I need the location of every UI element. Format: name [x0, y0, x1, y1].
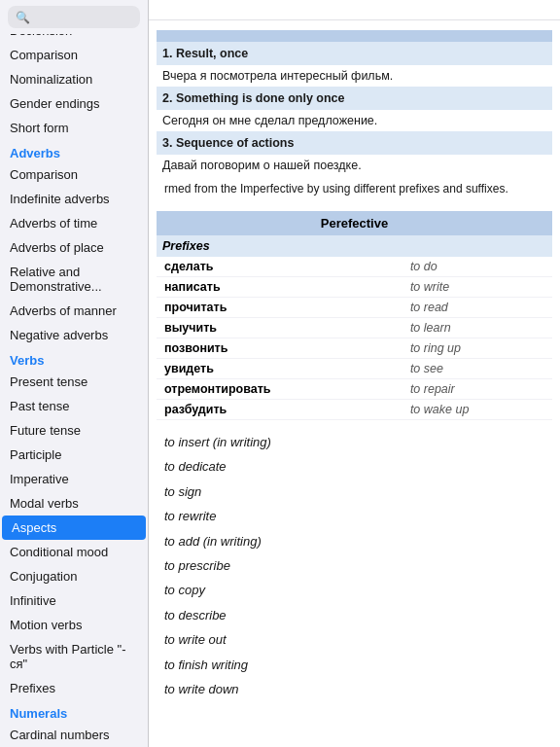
sidebar-item-adverbs-of-time[interactable]: Adverbs of time — [0, 211, 148, 235]
sidebar-item-adverbs-of-place[interactable]: Adverbs of place — [0, 235, 148, 260]
row-label: 2. Something is done only once — [157, 87, 552, 110]
list-item: to dedicate — [164, 454, 544, 479]
sidebar-scroll: AdjectivesDeclensionComparisonNominaliza… — [0, 34, 148, 747]
sidebar-item-short-form[interactable]: Short form — [0, 116, 148, 140]
english-translation: to learn — [402, 318, 552, 338]
table-row: увидетьto see — [157, 359, 552, 379]
sidebar-item-modal-verbs[interactable]: Modal verbs — [0, 491, 148, 516]
sidebar-item-present-tense[interactable]: Present tense — [0, 370, 148, 394]
sidebar-item-prefixes[interactable]: Prefixes — [0, 676, 148, 700]
english-translation: to ring up — [402, 338, 552, 359]
aspects-table-1: 1. Result, onceВчера я посмотрела интере… — [157, 30, 552, 201]
table1-note: rmed from the Imperfective by using diff… — [157, 176, 552, 201]
italic-list: to insert (in writing)to dedicateto sign… — [164, 430, 544, 701]
row-russian: Вчера я посмотрела интересный фильм. — [157, 65, 552, 87]
list-item: to insert (in writing) — [164, 430, 544, 454]
sidebar-item-gender-endings[interactable]: Gender endings — [0, 91, 148, 116]
sidebar-item-nominalization[interactable]: Nominalization — [0, 67, 148, 91]
list-item: to describe — [164, 603, 544, 627]
sidebar-item-declension[interactable]: Declension — [0, 34, 148, 43]
sidebar-item-adverbs-of-manner[interactable]: Adverbs of manner — [0, 299, 148, 323]
english-translation: to do — [402, 257, 552, 277]
english-translation: to write — [402, 277, 552, 298]
sidebar-item-negative-adverbs[interactable]: Negative adverbs — [0, 323, 148, 347]
sidebar-header-numerals: Numerals — [0, 700, 148, 723]
table-row: отремонтироватьto repair — [157, 379, 552, 400]
sidebar-item-conditional-mood[interactable]: Conditional mood — [0, 540, 148, 564]
russian-word: прочитать — [157, 298, 402, 318]
table-row: прочитатьto read — [157, 298, 552, 318]
table-row: позвонитьto ring up — [157, 338, 552, 359]
sidebar-item-participle[interactable]: Participle — [0, 443, 148, 467]
sidebar-item-indefinite-adverbs[interactable]: Indefinite adverbs — [0, 187, 148, 211]
english-translation: to read — [402, 298, 552, 318]
list-item: to rewrite — [164, 504, 544, 528]
list-item: to write down — [164, 677, 544, 701]
english-translation: to see — [402, 359, 552, 379]
sidebar-item-future-tense[interactable]: Future tense — [0, 418, 148, 443]
russian-word: позвонить — [157, 338, 402, 359]
list-item: to prescribe — [164, 553, 544, 578]
russian-word: сделать — [157, 257, 402, 277]
search-icon: 🔍 — [16, 11, 30, 24]
table-row: разбудитьto wake up — [157, 400, 552, 420]
table-row: выучитьto learn — [157, 318, 552, 338]
sidebar-item-infinitive[interactable]: Infinitive — [0, 588, 148, 613]
sidebar-header-adverbs: Adverbs — [0, 140, 148, 162]
sidebar-item-comparison[interactable]: Comparison — [0, 162, 148, 187]
row-russian: Сегодня он мне сделал предложение. — [157, 110, 552, 131]
row-label: 3. Sequence of actions — [157, 131, 552, 155]
list-item: to copy — [164, 578, 544, 602]
list-item: to sign — [164, 480, 544, 504]
row-label: 1. Result, once — [157, 42, 552, 65]
english-translation: to repair — [402, 379, 552, 400]
sidebar-header-verbs: Verbs — [0, 347, 148, 370]
table1-header — [157, 30, 552, 42]
search-input[interactable] — [34, 10, 132, 24]
sidebar-item-conjugation[interactable]: Conjugation — [0, 564, 148, 588]
table-row: сделатьto do — [157, 257, 552, 277]
table2-subheader: Prefixes — [157, 235, 552, 257]
list-item: to write out — [164, 627, 544, 652]
english-translation: to wake up — [402, 400, 552, 420]
list-item: to add (in writing) — [164, 529, 544, 553]
table2-header: Perefective — [157, 211, 552, 235]
russian-word: разбудить — [157, 400, 402, 420]
sidebar-item-verbs-with-particle--ся-[interactable]: Verbs with Particle "-ся" — [0, 637, 148, 676]
sidebar-item-comparison[interactable]: Comparison — [0, 43, 148, 67]
sidebar-item-past-tense[interactable]: Past tense — [0, 394, 148, 418]
sidebar-item-aspects[interactable]: Aspects — [2, 516, 146, 540]
russian-word: отремонтировать — [157, 379, 402, 400]
search-bar[interactable]: 🔍 — [8, 6, 140, 28]
sidebar-item-relative-and-demonstrative...[interactable]: Relative and Demonstrative... — [0, 260, 148, 299]
aspects-table-2: PerefectivePrefixesсделатьto doнаписатьt… — [157, 211, 552, 420]
row-russian: Давай поговорим о нашей поездке. — [157, 155, 552, 176]
main-content: 1. Result, onceВчера я посмотрела интере… — [149, 0, 560, 747]
page-title — [149, 0, 560, 20]
list-item: to finish writing — [164, 653, 544, 677]
sidebar: 🔍 AdjectivesDeclensionComparisonNominali… — [0, 0, 149, 747]
russian-word: написать — [157, 277, 402, 298]
sidebar-item-motion-verbs[interactable]: Motion verbs — [0, 613, 148, 637]
russian-word: выучить — [157, 318, 402, 338]
table-row: написатьto write — [157, 277, 552, 298]
sidebar-item-imperative[interactable]: Imperative — [0, 467, 148, 491]
sidebar-item-cardinal-numbers[interactable]: Cardinal numbers — [0, 723, 148, 747]
russian-word: увидеть — [157, 359, 402, 379]
